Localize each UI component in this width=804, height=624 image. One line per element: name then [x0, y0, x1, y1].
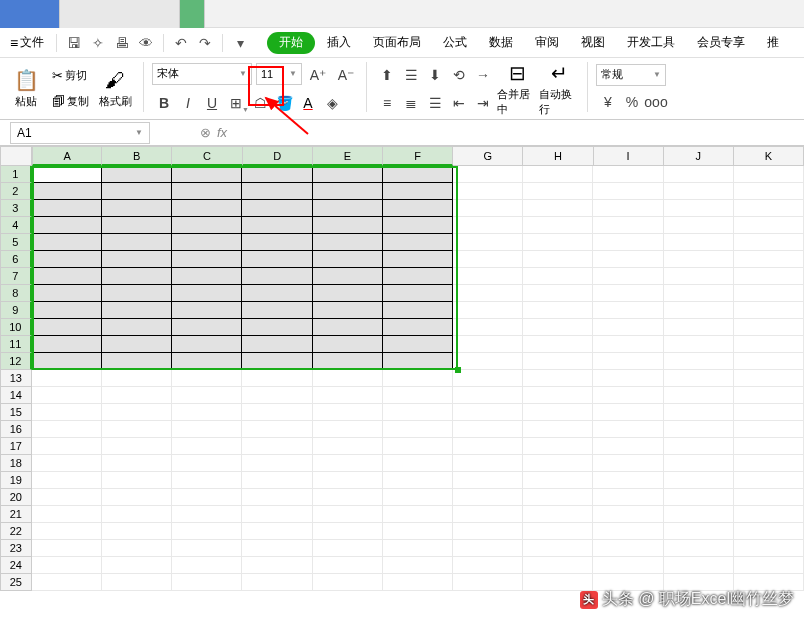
cell-A24[interactable]	[32, 557, 102, 574]
cell-K13[interactable]	[734, 370, 804, 387]
cell-F15[interactable]	[383, 404, 453, 421]
cell-E3[interactable]	[313, 200, 383, 217]
cell-F9[interactable]	[383, 302, 453, 319]
cell-E24[interactable]	[313, 557, 383, 574]
cell-D20[interactable]	[242, 489, 312, 506]
select-all-corner[interactable]	[0, 146, 32, 166]
cell-D14[interactable]	[242, 387, 312, 404]
title-tab-add[interactable]	[180, 0, 205, 28]
row-header-24[interactable]: 24	[0, 557, 32, 574]
cell-I19[interactable]	[593, 472, 663, 489]
cell-J4[interactable]	[664, 217, 734, 234]
increase-indent-button[interactable]: ⇥	[471, 91, 495, 115]
row-header-10[interactable]: 10	[0, 319, 32, 336]
cell-G19[interactable]	[453, 472, 523, 489]
cell-C24[interactable]	[172, 557, 242, 574]
cell-D10[interactable]	[242, 319, 312, 336]
cell-E19[interactable]	[313, 472, 383, 489]
cell-H1[interactable]	[523, 166, 593, 183]
cell-D21[interactable]	[242, 506, 312, 523]
cell-I5[interactable]	[593, 234, 663, 251]
cell-B14[interactable]	[102, 387, 172, 404]
cell-J14[interactable]	[664, 387, 734, 404]
cell-G17[interactable]	[453, 438, 523, 455]
cell-I22[interactable]	[593, 523, 663, 540]
cell-F12[interactable]	[383, 353, 453, 370]
cell-H6[interactable]	[523, 251, 593, 268]
cell-F6[interactable]	[383, 251, 453, 268]
cell-B8[interactable]	[102, 285, 172, 302]
cell-J9[interactable]	[664, 302, 734, 319]
row-header-1[interactable]: 1	[0, 166, 32, 183]
cell-G21[interactable]	[453, 506, 523, 523]
row-header-21[interactable]: 21	[0, 506, 32, 523]
cell-A22[interactable]	[32, 523, 102, 540]
cell-B17[interactable]	[102, 438, 172, 455]
cell-D22[interactable]	[242, 523, 312, 540]
cell-H23[interactable]	[523, 540, 593, 557]
cell-A11[interactable]	[32, 336, 102, 353]
cell-G24[interactable]	[453, 557, 523, 574]
cell-J1[interactable]	[664, 166, 734, 183]
cell-C4[interactable]	[172, 217, 242, 234]
cell-K7[interactable]	[734, 268, 804, 285]
cell-F18[interactable]	[383, 455, 453, 472]
copy-button[interactable]: 🗐 复制	[48, 90, 93, 114]
cell-G5[interactable]	[453, 234, 523, 251]
cell-H3[interactable]	[523, 200, 593, 217]
cell-A20[interactable]	[32, 489, 102, 506]
cell-C16[interactable]	[172, 421, 242, 438]
cell-A5[interactable]	[32, 234, 102, 251]
decrease-indent-button[interactable]: ⇤	[447, 91, 471, 115]
cell-G12[interactable]	[453, 353, 523, 370]
cell-J2[interactable]	[664, 183, 734, 200]
cell-F7[interactable]	[383, 268, 453, 285]
cell-H16[interactable]	[523, 421, 593, 438]
number-format-select[interactable]: 常规 ▼	[596, 64, 666, 86]
cell-I15[interactable]	[593, 404, 663, 421]
underline-button[interactable]: U	[200, 91, 224, 115]
cell-A3[interactable]	[32, 200, 102, 217]
cell-I17[interactable]	[593, 438, 663, 455]
row-header-25[interactable]: 25	[0, 574, 32, 591]
currency-button[interactable]: ¥	[596, 90, 620, 114]
cell-E13[interactable]	[313, 370, 383, 387]
fill-shape-button[interactable]: ☖	[248, 91, 272, 115]
cell-E12[interactable]	[313, 353, 383, 370]
bold-button[interactable]: B	[152, 91, 176, 115]
cell-B16[interactable]	[102, 421, 172, 438]
cell-E25[interactable]	[313, 574, 383, 591]
cell-H22[interactable]	[523, 523, 593, 540]
row-header-11[interactable]: 11	[0, 336, 32, 353]
cut-button[interactable]: ✂ 剪切	[48, 64, 93, 88]
cell-G23[interactable]	[453, 540, 523, 557]
cell-C8[interactable]	[172, 285, 242, 302]
cell-A8[interactable]	[32, 285, 102, 302]
cell-K23[interactable]	[734, 540, 804, 557]
cell-F16[interactable]	[383, 421, 453, 438]
cell-A21[interactable]	[32, 506, 102, 523]
row-header-12[interactable]: 12	[0, 353, 32, 370]
cell-A7[interactable]	[32, 268, 102, 285]
cell-K21[interactable]	[734, 506, 804, 523]
row-header-3[interactable]: 3	[0, 200, 32, 217]
cell-A17[interactable]	[32, 438, 102, 455]
cell-B1[interactable]	[102, 166, 172, 183]
title-tab-doc[interactable]	[60, 0, 180, 28]
cell-A2[interactable]	[32, 183, 102, 200]
cell-I2[interactable]	[593, 183, 663, 200]
cell-D15[interactable]	[242, 404, 312, 421]
cell-J19[interactable]	[664, 472, 734, 489]
row-header-6[interactable]: 6	[0, 251, 32, 268]
cell-I6[interactable]	[593, 251, 663, 268]
cell-I23[interactable]	[593, 540, 663, 557]
cell-G4[interactable]	[453, 217, 523, 234]
cell-F11[interactable]	[383, 336, 453, 353]
cell-J21[interactable]	[664, 506, 734, 523]
align-left-button[interactable]: ≡	[375, 91, 399, 115]
font-size-select[interactable]: 11 ▼	[256, 63, 302, 85]
cell-D8[interactable]	[242, 285, 312, 302]
cell-B11[interactable]	[102, 336, 172, 353]
cell-K2[interactable]	[734, 183, 804, 200]
cancel-icon[interactable]: ⊗	[200, 125, 211, 140]
